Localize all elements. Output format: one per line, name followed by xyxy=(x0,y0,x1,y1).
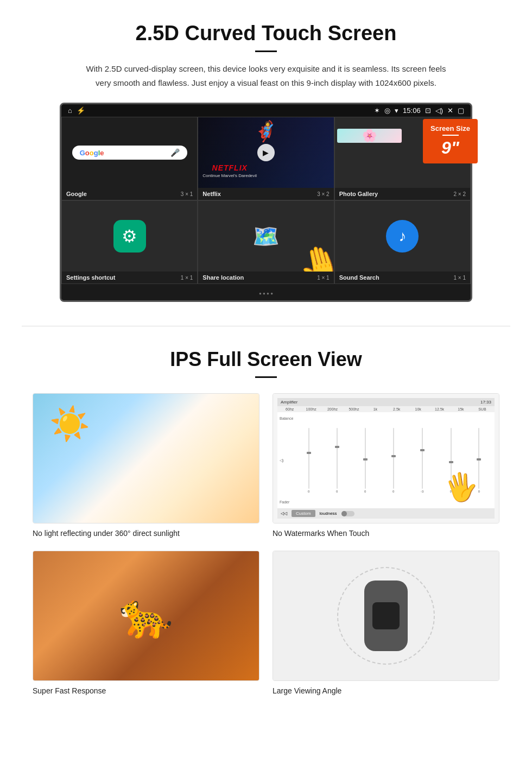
amp-hand-icon: 🖐 xyxy=(442,469,480,506)
google-app-name: Google xyxy=(66,191,87,197)
location-icon: ◎ xyxy=(384,106,390,115)
ips-item-amplifier: Amplifier 17:33 60hz 100hz 200hz 500hz 1… xyxy=(273,393,499,538)
cheetah-icon: 🐆 xyxy=(119,590,173,641)
share-app-name: Share location xyxy=(202,274,244,281)
status-right: ✶ ◎ ▾ 15:06 ⊡ ◁) ✕ ▢ xyxy=(374,106,464,115)
camera-icon: ⊡ xyxy=(425,106,431,115)
app-cell-sound[interactable]: ♪ Sound Search 1 × 1 xyxy=(334,200,471,284)
amplifier-ui: Amplifier 17:33 60hz 100hz 200hz 500hz 1… xyxy=(273,394,499,523)
photos-app-size: 2 × 2 xyxy=(453,191,466,197)
share-label-row: Share location 1 × 1 xyxy=(198,272,333,283)
settings-app-name: Settings shortcut xyxy=(66,274,115,281)
bluetooth-icon: ✶ xyxy=(374,106,380,115)
app-cell-google[interactable]: Google 🎤 Google 3 × 1 xyxy=(61,117,198,200)
ips-item-cheetah: 🐆 Super Fast Response xyxy=(33,551,259,695)
amp-back-icon: ◁◁ xyxy=(281,511,287,516)
amplifier-caption: No Watermarks When Touch xyxy=(273,529,499,538)
home-icon: ⌂ xyxy=(68,106,72,115)
settings-gear-icon: ⚙ xyxy=(122,226,137,247)
car-view-circle xyxy=(337,567,435,665)
amp-footer: ◁◁ Custom loudness xyxy=(277,508,495,519)
section1-description: With 2.5D curved-display screen, this de… xyxy=(81,62,451,90)
section-divider-hr xyxy=(22,326,510,326)
section-ips: IPS Full Screen View ☀️ No light reflect… xyxy=(0,332,532,717)
slider-4: 0 xyxy=(392,428,394,493)
mic-icon[interactable]: 🎤 xyxy=(170,148,180,157)
flower-image: 🌸 xyxy=(337,129,402,143)
app-cell-share[interactable]: 🗺️ 🤚 Share location 1 × 1 xyxy=(198,200,334,284)
slider-7: 0 xyxy=(478,428,480,493)
amp-header-right: 17:33 xyxy=(480,400,491,405)
slider-1: 0 xyxy=(308,428,309,493)
music-icon-wrap: ♪ xyxy=(386,220,419,253)
photos-label-row: Photo Gallery 2 × 2 xyxy=(335,188,470,200)
netflix-sub-text: Continue Marvel's Daredevil xyxy=(202,173,257,178)
device-mockup: Screen Size 9" ⌂ ⚡ ✶ ◎ ▾ 15:06 ⊡ ◁) ✕ xyxy=(60,103,472,302)
google-thumb: Google 🎤 xyxy=(62,117,197,188)
netflix-logo: NETFLIX Continue Marvel's Daredevil xyxy=(202,163,257,178)
ips-item-sunlight: ☀️ No light reflecting under 360° direct… xyxy=(33,393,259,538)
car-body xyxy=(364,581,408,651)
photos-app-name: Photo Gallery xyxy=(339,191,378,197)
settings-app-size: 1 × 1 xyxy=(181,275,193,281)
ips-title-divider xyxy=(255,376,277,378)
music-note-icon: ♪ xyxy=(398,228,406,245)
netflix-logo-text: NETFLIX xyxy=(212,163,248,172)
cheetah-caption: Super Fast Response xyxy=(33,686,259,695)
scroll-dots: ● ● ● ● xyxy=(61,284,471,300)
sound-label-row: Sound Search 1 × 1 xyxy=(335,272,470,283)
cheetah-image-box: 🐆 xyxy=(33,551,259,681)
app-grid: Google 🎤 Google 3 × 1 xyxy=(61,117,471,284)
section2-title: IPS Full Screen View xyxy=(33,348,499,371)
badge-size: 9" xyxy=(430,138,470,158)
close-icon: ✕ xyxy=(447,106,453,115)
amp-sliders-area: Balance ◁) Fader 0 xyxy=(277,412,495,508)
settings-thumb: ⚙ xyxy=(62,201,197,272)
usb-icon: ⚡ xyxy=(77,106,85,115)
time-display: 15:06 xyxy=(403,106,421,115)
slider-3: 0 xyxy=(364,428,366,493)
netflix-thumb: 🦸 ▶ NETFLIX Continue Marvel's Daredevil xyxy=(198,117,333,188)
amp-side-labels: Balance ◁) Fader xyxy=(280,414,293,506)
badge-divider xyxy=(442,135,459,136)
netflix-play-button[interactable]: ▶ xyxy=(257,144,275,161)
sunlight-image-box: ☀️ xyxy=(33,393,259,523)
status-bar: ⌂ ⚡ ✶ ◎ ▾ 15:06 ⊡ ◁) ✕ ▢ xyxy=(61,104,471,117)
settings-label-row: Settings shortcut 1 × 1 xyxy=(62,272,197,283)
title-divider xyxy=(255,51,277,52)
slider-2: 0 xyxy=(336,428,338,493)
ips-grid: ☀️ No light reflecting under 360° direct… xyxy=(33,393,499,695)
wifi-icon: ▾ xyxy=(395,106,398,115)
sun-icon: ☀️ xyxy=(49,405,90,443)
google-label-row: Google 3 × 1 xyxy=(62,188,197,200)
amp-title: Amplifier xyxy=(281,400,297,405)
sunlight-caption: No light reflecting under 360° direct su… xyxy=(33,529,259,538)
sound-app-size: 1 × 1 xyxy=(453,275,466,281)
share-thumb: 🗺️ 🤚 xyxy=(198,201,333,272)
share-app-size: 1 × 1 xyxy=(317,275,330,281)
settings-icon-wrap: ⚙ xyxy=(113,220,146,253)
sound-thumb: ♪ xyxy=(335,201,470,272)
amp-time: 17:33 xyxy=(480,400,491,405)
amp-toggle xyxy=(341,511,354,516)
slider-5: -3 xyxy=(421,428,423,493)
photo-tile-1: 🌸 xyxy=(337,129,402,143)
amplifier-image-box: Amplifier 17:33 60hz 100hz 200hz 500hz 1… xyxy=(273,393,499,523)
car-window xyxy=(372,602,400,629)
section1-title: 2.5D Curved Touch Screen xyxy=(33,22,499,45)
car-image-box xyxy=(273,551,499,681)
car-caption: Large Viewing Angle xyxy=(273,686,499,695)
netflix-label-row: Netflix 3 × 2 xyxy=(198,188,333,200)
app-cell-netflix[interactable]: 🦸 ▶ NETFLIX Continue Marvel's Daredevil … xyxy=(198,117,334,200)
app-cell-settings[interactable]: ⚙ Settings shortcut 1 × 1 xyxy=(61,200,198,284)
maps-icon: 🗺️ xyxy=(252,224,280,249)
device-screen: ⌂ ⚡ ✶ ◎ ▾ 15:06 ⊡ ◁) ✕ ▢ xyxy=(60,103,472,302)
netflix-app-size: 3 × 2 xyxy=(317,191,330,197)
google-app-size: 3 × 1 xyxy=(181,191,193,197)
badge-title: Screen Size xyxy=(430,124,470,133)
amp-freq-labels: 60hz 100hz 200hz 500hz 1k 2.5k 10k 12.5k… xyxy=(277,406,495,412)
google-search-bar[interactable]: Google 🎤 xyxy=(72,146,187,160)
screen-size-badge: Screen Size 9" xyxy=(423,119,478,163)
netflix-app-name: Netflix xyxy=(202,191,221,197)
google-logo: Google xyxy=(80,149,104,157)
